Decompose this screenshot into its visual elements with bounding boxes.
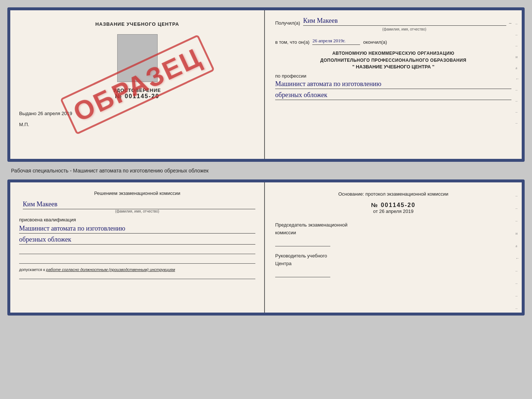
rukovoditel-sign-line — [275, 270, 330, 277]
osnovanie-label: Основание: протокол экзаменационной коми… — [338, 191, 449, 197]
middle-text: Рабочая специальность - Машинист автомат… — [7, 165, 525, 176]
fio-hint-top: (фамилия, имя, отчество) — [297, 27, 511, 31]
predsedatel-sign-line — [275, 239, 330, 246]
org-block: АВТОНОМНУЮ НЕКОММЕРЧЕСКУЮ ОРГАНИЗАЦИЮ ДО… — [275, 50, 511, 70]
vtom-row: в том, что он(а) 26 апреля 2019г. окончи… — [275, 38, 511, 45]
resheniem-block: Решением экзаменационной комиссии — [19, 190, 255, 197]
predsedatel-label-2: комиссии — [275, 229, 511, 237]
osnovanie-block: Основание: протокол экзаменационной коми… — [275, 190, 511, 198]
vydano-block: Выдано 26 апреля 2019 — [19, 111, 255, 116]
dopuskaetsya-block: допускается к работе согласно должностны… — [19, 267, 255, 272]
vtom-date: 26 апреля 2019г. — [312, 38, 360, 45]
udostoverenie-title: УДОСТОВЕРЕНИЕ — [114, 88, 161, 93]
predsedatel-block: Председатель экзаменационной комиссии — [275, 221, 511, 246]
dopuskaetsya-text: работе согласно должностным (производств… — [46, 267, 175, 272]
blank-line-3 — [19, 272, 255, 279]
right-dashes: – – – и а ← – – – – — [515, 21, 520, 125]
rukovoditel-label-2: Центра — [275, 260, 511, 268]
vydano-label: Выдано — [19, 111, 36, 116]
recipient-name: Ким Макеев — [303, 17, 506, 26]
profession-line-2: обрезных обложек — [275, 91, 511, 100]
udostoverenie-block: УДОСТОВЕРЕНИЕ № 001145-20 — [114, 88, 161, 100]
resheniem-name: Ким Макеев — [23, 200, 255, 209]
prisvoena-label: присвоена квалификация — [19, 217, 255, 222]
ot-line: от 26 апреля 2019 — [275, 209, 511, 214]
bottom-document: Решением экзаменационной комиссии Ким Ма… — [7, 179, 525, 316]
rukovoditel-block: Руководитель учебного Центра — [275, 252, 511, 277]
top-document: НАЗВАНИЕ УЧЕБНОГО ЦЕНТРА УДОСТОВЕРЕНИЕ №… — [7, 7, 525, 162]
ot-date: 26 апреля 2019 — [379, 209, 414, 214]
mp-block: М.П. — [19, 122, 29, 127]
vtom-label: в том, что он(а) — [275, 39, 309, 45]
fio-hint-bottom: (фамилия, имя, отчество) — [19, 209, 255, 213]
predsedatel-label-1: Председатель экзаменационной — [275, 221, 511, 229]
udostoverenie-num: № 001145-20 — [114, 93, 161, 100]
profession-line-1: Машинист автомата по изготовлению — [275, 80, 511, 89]
org-line-3: " НАЗВАНИЕ УЧЕБНОГО ЦЕНТРА " — [275, 64, 511, 70]
org-name-header: НАЗВАНИЕ УЧЕБНОГО ЦЕНТРА — [95, 21, 179, 27]
resheniem-label: Решением экзаменационной комиссии — [94, 190, 180, 196]
org-line-1: АВТОНОМНУЮ НЕКОММЕРЧЕСКУЮ ОРГАНИЗАЦИЮ — [275, 50, 511, 57]
poluchil-dash: – — [509, 20, 512, 26]
qualification-line-1: Машинист автомата по изготовлению — [19, 225, 255, 234]
page-wrapper: НАЗВАНИЕ УЧЕБНОГО ЦЕНТРА УДОСТОВЕРЕНИЕ №… — [7, 7, 525, 316]
blank-line-2 — [19, 256, 255, 264]
ot-label: от — [373, 209, 378, 214]
qualification-line-2: обрезных обложек — [19, 236, 255, 245]
bottom-doc-right: Основание: протокол экзаменационной коми… — [265, 182, 522, 313]
protokol-num: № 001145-20 — [275, 202, 511, 209]
po-professii-label: по профессии — [275, 73, 511, 79]
bottom-right-dashes: – – – и а ← – – – – — [515, 193, 520, 310]
photo-placeholder — [117, 34, 158, 82]
top-doc-left: НАЗВАНИЕ УЧЕБНОГО ЦЕНТРА УДОСТОВЕРЕНИЕ №… — [10, 10, 265, 159]
okonchil-label: окончил(а) — [363, 39, 387, 45]
poluchil-row: Получил(а) Ким Макеев – — [275, 17, 511, 26]
dopuskaetsya-label: допускается к — [19, 267, 45, 272]
blank-line-1 — [19, 247, 255, 254]
vydano-date: 26 апреля 2019 — [38, 111, 72, 116]
rukovoditel-label-1: Руководитель учебного — [275, 252, 511, 260]
top-doc-right: Получил(а) Ким Макеев – (фамилия, имя, о… — [265, 10, 522, 159]
org-line-2: ДОПОЛНИТЕЛЬНОГО ПРОФЕССИОНАЛЬНОГО ОБРАЗО… — [275, 57, 511, 64]
poluchil-label: Получил(а) — [275, 20, 300, 26]
bottom-doc-left: Решением экзаменационной комиссии Ким Ма… — [10, 182, 265, 313]
